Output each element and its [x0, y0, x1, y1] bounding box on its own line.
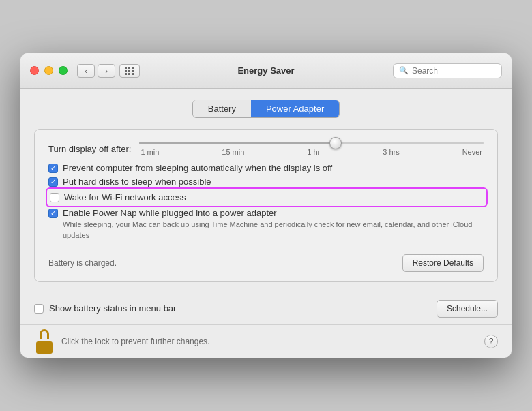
- tick-1min: 1 min: [141, 148, 159, 156]
- power-nap-row: Enable Power Nap while plugged into a po…: [48, 208, 484, 241]
- slider-label: Turn display off after:: [48, 144, 131, 154]
- hard-disk-label: Put hard disks to sleep when possible: [63, 177, 211, 187]
- window-title: Energy Saver: [237, 65, 294, 76]
- power-nap-label: Enable Power Nap while plugged into a po…: [63, 208, 484, 218]
- bottom-bar: Show battery status in menu bar Schedule…: [20, 293, 512, 324]
- back-button[interactable]: ‹: [77, 64, 95, 78]
- wake-wifi-label: Wake for Wi-Fi network access: [64, 192, 186, 202]
- hard-disk-checkbox[interactable]: [48, 177, 58, 187]
- lock-icon[interactable]: [34, 329, 55, 354]
- battery-status: Battery is charged.: [48, 258, 117, 268]
- schedule-button[interactable]: Schedule...: [437, 300, 498, 318]
- tick-never: Never: [462, 148, 482, 156]
- options-list: Prevent computer from sleeping automatic…: [48, 163, 484, 241]
- search-icon: 🔍: [399, 66, 409, 75]
- maximize-button[interactable]: [59, 66, 68, 75]
- prevent-sleep-checkbox[interactable]: [48, 164, 58, 173]
- main-window: ‹ › Energy Saver 🔍 Battery Power Adapter: [20, 53, 512, 358]
- grid-icon: [125, 67, 135, 75]
- power-nap-sublabel: While sleeping, your Mac can back up usi…: [63, 219, 484, 241]
- panel-footer: Battery is charged. Restore Defaults: [48, 254, 484, 272]
- show-battery-row: Show battery status in menu bar: [34, 303, 176, 314]
- lock-bar: Click the lock to prevent further change…: [20, 324, 512, 358]
- slider-filled: [139, 142, 336, 144]
- wake-wifi-row: Wake for Wi-Fi network access: [48, 190, 484, 204]
- prevent-sleep-label: Prevent computer from sleeping automatic…: [63, 163, 332, 173]
- minimize-button[interactable]: [44, 66, 53, 75]
- grid-view-button[interactable]: [119, 64, 140, 78]
- power-nap-checkbox[interactable]: [48, 209, 58, 218]
- tick-marks: 1 min 15 min 1 hr 3 hrs Never: [139, 148, 484, 156]
- tabs-row: Battery Power Adapter: [34, 100, 498, 118]
- forward-button[interactable]: ›: [98, 64, 115, 78]
- slider-track[interactable]: [139, 142, 484, 144]
- hard-disk-row: Put hard disks to sleep when possible: [48, 177, 484, 187]
- search-input[interactable]: [412, 66, 496, 76]
- tab-battery[interactable]: Battery: [193, 100, 251, 117]
- tick-1hr: 1 hr: [307, 148, 320, 156]
- close-button[interactable]: [30, 66, 39, 75]
- tab-power-adapter[interactable]: Power Adapter: [251, 100, 339, 117]
- slider-thumb[interactable]: [329, 137, 342, 149]
- lock-shackle: [40, 329, 49, 339]
- slider-row: Turn display off after: 1 min 15 min 1 h…: [48, 142, 484, 156]
- lock-body: [36, 341, 53, 354]
- slider-container: 1 min 15 min 1 hr 3 hrs Never: [139, 142, 484, 156]
- help-button[interactable]: ?: [484, 335, 498, 348]
- prevent-sleep-row: Prevent computer from sleeping automatic…: [48, 163, 484, 173]
- tab-group: Battery Power Adapter: [192, 100, 340, 118]
- settings-panel: Turn display off after: 1 min 15 min 1 h…: [34, 129, 498, 282]
- tick-15min: 15 min: [222, 148, 244, 156]
- chevron-left-icon: ‹: [85, 67, 87, 75]
- wake-wifi-checkbox[interactable]: [50, 193, 59, 202]
- restore-defaults-button[interactable]: Restore Defaults: [402, 254, 484, 272]
- power-nap-content: Enable Power Nap while plugged into a po…: [63, 208, 484, 241]
- traffic-lights: [30, 66, 68, 75]
- titlebar: ‹ › Energy Saver 🔍: [20, 53, 512, 89]
- tick-3hrs: 3 hrs: [383, 148, 399, 156]
- nav-buttons: ‹ ›: [77, 64, 115, 78]
- content-area: Battery Power Adapter Turn display off a…: [20, 89, 512, 293]
- lock-text: Click the lock to prevent further change…: [61, 337, 209, 346]
- show-battery-checkbox[interactable]: [34, 304, 44, 314]
- chevron-right-icon: ›: [105, 67, 108, 75]
- show-battery-label: Show battery status in menu bar: [49, 303, 176, 314]
- search-box[interactable]: 🔍: [393, 63, 502, 78]
